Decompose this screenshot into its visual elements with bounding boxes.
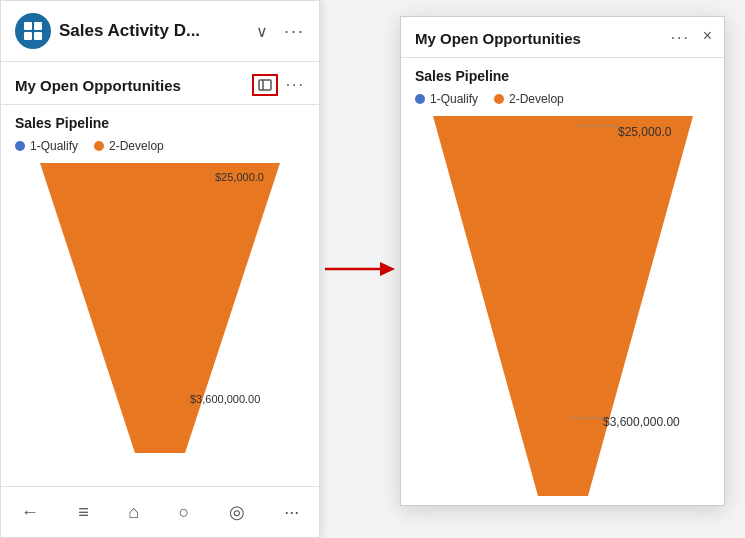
svg-rect-3 — [34, 32, 42, 40]
right-funnel-chart: $25,000.0 $3,600,000.00 — [415, 116, 710, 505]
svg-rect-2 — [24, 32, 32, 40]
left-chart-section: Sales Pipeline 1-Qualify 2-Develop $25,0… — [1, 105, 319, 486]
right-legend: 1-Qualify 2-Develop — [415, 92, 710, 106]
svg-text:$3,600,000.00: $3,600,000.00 — [190, 393, 260, 405]
svg-rect-1 — [34, 22, 42, 30]
svg-rect-4 — [259, 80, 271, 90]
section-title: My Open Opportunities — [15, 77, 181, 94]
app-icon — [15, 13, 51, 49]
right-qualify-dot — [415, 94, 425, 104]
left-chart-subtitle: Sales Pipeline — [15, 115, 305, 131]
right-chart-section: Sales Pipeline 1-Qualify 2-Develop $25,0… — [401, 58, 724, 505]
svg-text:$25,000.0: $25,000.0 — [618, 125, 672, 139]
app-header: Sales Activity D... ∨ ··· — [1, 1, 319, 62]
left-funnel-chart: $25,000.0 $3,600,000.00 — [15, 163, 305, 476]
left-legend: 1-Qualify 2-Develop — [15, 139, 305, 153]
right-develop-label: 2-Develop — [509, 92, 564, 106]
section-more-icon[interactable]: ··· — [286, 76, 305, 94]
header-more-icon[interactable]: ··· — [284, 21, 305, 42]
qualify-dot — [15, 141, 25, 151]
more-nav-icon[interactable]: ··· — [274, 498, 309, 527]
left-panel: Sales Activity D... ∨ ··· My Open Opport… — [0, 0, 320, 538]
right-funnel-svg: $25,000.0 $3,600,000.00 — [423, 116, 703, 505]
arrow-container — [320, 0, 400, 538]
develop-label: 2-Develop — [109, 139, 164, 153]
right-panel: My Open Opportunities ··· × Sales Pipeli… — [400, 16, 725, 506]
svg-marker-11 — [433, 116, 693, 496]
left-legend-item-develop: 2-Develop — [94, 139, 164, 153]
search-nav-icon[interactable]: ○ — [168, 498, 199, 527]
app-title: Sales Activity D... — [59, 21, 246, 41]
section-header: My Open Opportunities ··· — [1, 62, 319, 105]
svg-text:$3,600,000.00: $3,600,000.00 — [603, 415, 680, 429]
right-title: My Open Opportunities — [415, 30, 581, 47]
right-develop-dot — [494, 94, 504, 104]
left-funnel-svg: $25,000.0 $3,600,000.00 — [30, 163, 290, 463]
back-nav-icon[interactable]: ← — [11, 498, 49, 527]
qualify-label: 1-Qualify — [30, 139, 78, 153]
arrow-icon — [325, 254, 395, 284]
expand-button[interactable] — [252, 74, 278, 96]
right-header-content: My Open Opportunities ··· × — [415, 29, 710, 47]
menu-nav-icon[interactable]: ≡ — [68, 498, 99, 527]
section-actions: ··· — [252, 74, 305, 96]
right-header: My Open Opportunities ··· × — [401, 17, 724, 58]
right-qualify-label: 1-Qualify — [430, 92, 478, 106]
svg-marker-6 — [40, 163, 280, 453]
close-button[interactable]: × — [703, 27, 712, 45]
activity-nav-icon[interactable]: ◎ — [219, 497, 255, 527]
bottom-nav: ← ≡ ⌂ ○ ◎ ··· — [1, 486, 319, 537]
right-chart-subtitle: Sales Pipeline — [415, 68, 710, 84]
home-nav-icon[interactable]: ⌂ — [118, 498, 149, 527]
develop-dot — [94, 141, 104, 151]
svg-rect-0 — [24, 22, 32, 30]
right-legend-item-qualify: 1-Qualify — [415, 92, 478, 106]
main-scene: Sales Activity D... ∨ ··· My Open Opport… — [0, 0, 745, 538]
chevron-down-icon[interactable]: ∨ — [256, 22, 268, 41]
left-legend-item-qualify: 1-Qualify — [15, 139, 78, 153]
right-legend-item-develop: 2-Develop — [494, 92, 564, 106]
svg-text:$25,000.0: $25,000.0 — [215, 171, 264, 183]
svg-marker-10 — [380, 262, 395, 276]
right-more-icon[interactable]: ··· — [671, 29, 690, 47]
